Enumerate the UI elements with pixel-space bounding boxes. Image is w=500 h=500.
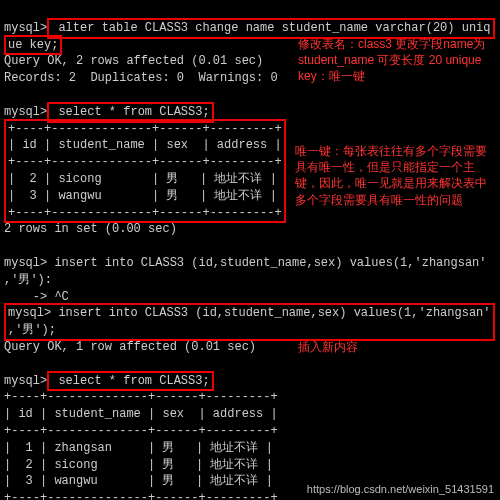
query-result: Query OK, 1 row affected (0.01 sec): [4, 340, 256, 354]
table-sep: +----+--------------+------+---------+: [8, 206, 282, 220]
query-result: Query OK, 2 rows affected (0.01 sec): [4, 54, 263, 68]
table-sep: +----+--------------+------+---------+: [8, 155, 282, 169]
records-line: Records: 2 Duplicates: 0 Warnings: 0: [4, 71, 278, 85]
table-row: | 1 | zhangsan | 男 | 地址不详 |: [4, 441, 273, 455]
cancel-line: -> ^C: [4, 290, 69, 304]
table-row: | 2 | sicong | 男 | 地址不详 |: [4, 458, 273, 472]
table-sep: +----+--------------+------+---------+: [4, 491, 278, 500]
prompt: mysql>: [4, 256, 47, 270]
table-header: | id | student_name | sex | address |: [8, 138, 282, 152]
table-sep: +----+--------------+------+---------+: [8, 122, 282, 136]
annotation-1: 修改表名：class3 更改字段name为student_name 可变长度 2…: [298, 36, 488, 85]
table-row: | 2 | sicong | 男 | 地址不详 |: [8, 172, 277, 186]
prompt: mysql>: [8, 306, 51, 320]
rowcount: 2 rows in set (0.00 sec): [4, 222, 177, 236]
highlighted-command-3: mysql> insert into CLASS3 (id,student_na…: [4, 303, 495, 341]
highlighted-table-1: +----+--------------+------+---------+ |…: [4, 119, 286, 224]
table-header: | id | student_name | sex | address |: [4, 407, 278, 421]
table-sep: +----+--------------+------+---------+: [4, 390, 278, 404]
prompt: mysql>: [4, 105, 47, 119]
table-row: | 3 | wangwu | 男 | 地址不详 |: [4, 474, 273, 488]
annotation-3: 插入新内容: [298, 339, 418, 355]
highlighted-command-4: select * from CLASS3;: [47, 371, 213, 392]
prompt: mysql>: [4, 374, 47, 388]
annotation-2: 唯一键：每张表往往有多个字段需要具有唯一性，但是只能指定一个主键，因此，唯一见就…: [295, 143, 495, 208]
highlighted-command-1b: ue key;: [4, 35, 62, 56]
watermark: https://blog.csdn.net/weixin_51431591: [307, 482, 494, 497]
table-row: | 3 | wangwu | 男 | 地址不详 |: [8, 189, 277, 203]
prompt: mysql>: [4, 21, 47, 35]
table-sep: +----+--------------+------+---------+: [4, 424, 278, 438]
